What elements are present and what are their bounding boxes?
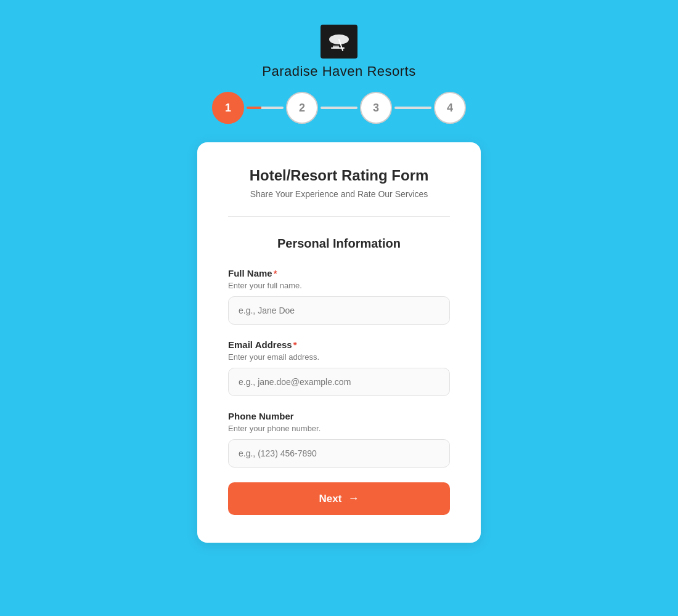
logo-box: [321, 25, 357, 59]
card-header: Hotel/Resort Rating Form Share Your Expe…: [228, 167, 450, 217]
phone-input[interactable]: [228, 439, 450, 468]
header: Paradise Haven Resorts: [262, 25, 415, 79]
connector-3-4: [394, 107, 431, 109]
next-button-label: Next: [319, 493, 342, 505]
connector-2-3: [321, 107, 357, 109]
card-title: Hotel/Resort Rating Form: [228, 167, 450, 184]
full-name-label: Full Name*: [228, 268, 450, 278]
full-name-input[interactable]: [228, 296, 450, 325]
stepper: 1 2 3 4: [212, 92, 466, 124]
field-group-phone: Phone Number Enter your phone number.: [228, 411, 450, 468]
phone-label: Phone Number: [228, 411, 450, 421]
email-hint: Enter your email address.: [228, 352, 450, 362]
form-card: Hotel/Resort Rating Form Share Your Expe…: [197, 142, 481, 543]
required-star-email: *: [293, 339, 297, 350]
field-group-full-name: Full Name* Enter your full name.: [228, 268, 450, 325]
next-button[interactable]: Next →: [228, 482, 450, 515]
email-label: Email Address*: [228, 339, 450, 350]
step-3: 3: [360, 92, 392, 124]
phone-hint: Enter your phone number.: [228, 424, 450, 433]
arrow-right-icon: →: [348, 492, 359, 505]
brand-name: Paradise Haven Resorts: [262, 63, 415, 79]
card-subtitle: Share Your Experience and Rate Our Servi…: [228, 189, 450, 199]
step-4: 4: [434, 92, 466, 124]
section-title: Personal Information: [228, 237, 450, 251]
full-name-hint: Enter your full name.: [228, 281, 450, 290]
field-group-email: Email Address* Enter your email address.: [228, 339, 450, 396]
logo-icon: [327, 31, 351, 53]
required-star-name: *: [274, 268, 277, 278]
step-2: 2: [286, 92, 318, 124]
svg-rect-3: [333, 46, 339, 49]
email-input[interactable]: [228, 368, 450, 396]
step-1: 1: [212, 92, 244, 124]
connector-1-2: [247, 107, 284, 109]
